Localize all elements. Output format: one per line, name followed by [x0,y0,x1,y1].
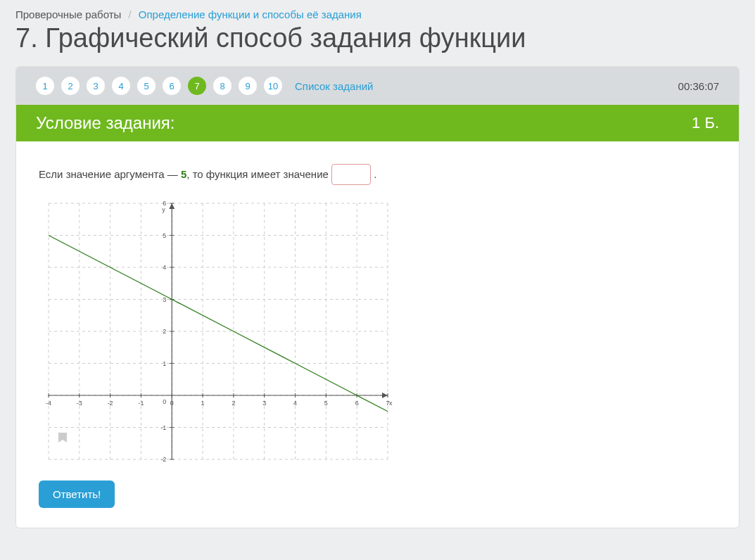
question-nav-4[interactable]: 4 [112,77,130,95]
task-card: 12345678910 Список заданий 00:36:07 Усло… [15,66,740,528]
points-label: 1 Б. [692,114,719,132]
question-nav-2[interactable]: 2 [61,77,80,95]
breadcrumb-current[interactable]: Определение функции и способы её задания [139,8,362,20]
question-nav-6[interactable]: 6 [163,77,181,95]
svg-text:2: 2 [231,400,235,407]
svg-text:4: 4 [293,400,297,407]
question-navbar: 12345678910 Список заданий 00:36:07 [16,67,739,105]
svg-text:-2: -2 [108,400,113,407]
svg-text:y: y [162,206,165,213]
svg-text:4: 4 [163,264,166,271]
question-nav-9[interactable]: 9 [239,77,257,95]
prompt-before: Если значение аргумента — [39,168,181,180]
svg-text:-4: -4 [46,400,51,407]
svg-text:3: 3 [262,400,266,407]
submit-button[interactable]: Ответить! [39,481,115,508]
breadcrumb-sep: / [128,8,131,20]
timer: 00:36:07 [678,80,719,92]
svg-text:1: 1 [201,400,205,407]
prompt-after: , то функция имеет значение [186,168,331,180]
answer-input[interactable] [331,164,371,185]
content-area: Если значение аргумента — 5, то функция … [16,141,739,528]
svg-text:-2: -2 [160,456,166,463]
svg-text:x: x [389,400,393,407]
question-nav-1[interactable]: 1 [36,77,54,95]
svg-text:-1: -1 [160,424,166,431]
task-list-link[interactable]: Список заданий [295,80,373,92]
svg-text:6: 6 [355,400,359,407]
svg-text:5: 5 [324,400,328,407]
condition-bar: Условие задания: 1 Б. [16,105,739,141]
svg-text:1: 1 [163,360,166,367]
svg-text:0: 0 [163,398,166,405]
svg-text:2: 2 [163,328,166,335]
condition-label: Условие задания: [36,113,175,133]
question-nav-5[interactable]: 5 [137,77,156,95]
svg-text:3: 3 [163,296,166,303]
svg-text:-3: -3 [77,400,82,407]
question-nav-8[interactable]: 8 [213,77,231,95]
svg-text:0: 0 [170,400,174,407]
question-nav-3[interactable]: 3 [87,77,105,95]
graph: -4-3-2-101234567-2-11234560xy [39,198,398,465]
breadcrumb: Проверочные работы / Определение функции… [0,0,755,20]
prompt-period: . [374,168,376,180]
bookmark-icon [58,433,67,443]
question-nav-10[interactable]: 10 [264,77,282,95]
question-nav-7[interactable]: 7 [188,77,206,95]
prompt-text: Если значение аргумента — 5, то функция … [39,164,716,185]
svg-text:5: 5 [163,232,166,239]
breadcrumb-parent[interactable]: Проверочные работы [15,8,121,20]
page-title: 7. Графический способ задания функции [15,23,740,53]
svg-text:-1: -1 [138,400,144,407]
